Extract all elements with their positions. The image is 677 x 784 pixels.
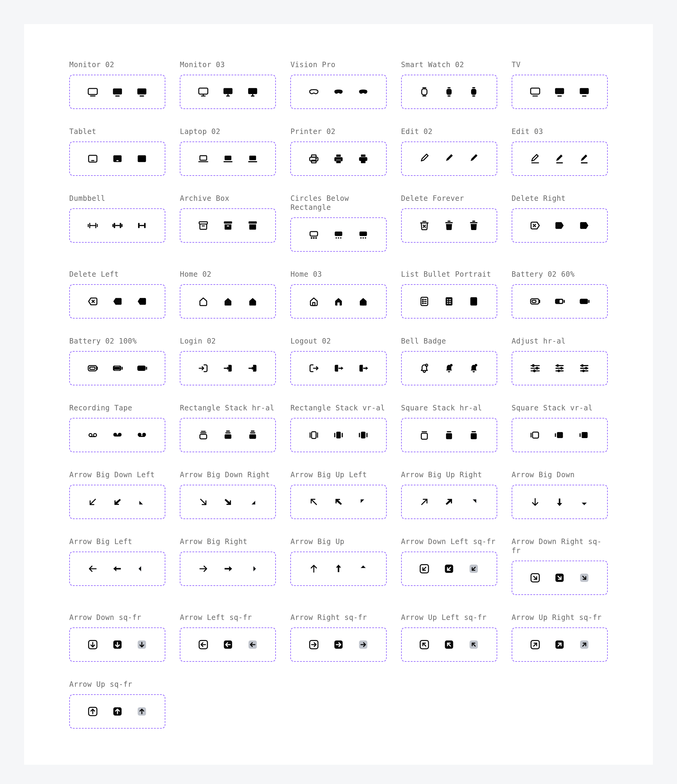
- logout-02-icon: [356, 362, 370, 375]
- archive-box-icon: [221, 219, 235, 232]
- arrow-down-sq-fr-icon: [135, 638, 148, 651]
- rectangle-stack-hr-al-icon: [197, 428, 210, 442]
- vision-pro-icon: [307, 85, 321, 98]
- monitor-02-icon: [86, 85, 100, 98]
- arrow-big-up-right-icon: [467, 495, 480, 509]
- arrow-big-up-right-icon: [442, 495, 456, 509]
- arrow-up-right-sq-fr-icon: [577, 638, 591, 651]
- dumbbell-icon: [135, 219, 148, 232]
- icon-label: Rectangle Stack vr-al: [290, 403, 386, 412]
- square-stack-vr-al-icon: [529, 428, 542, 442]
- arrow-down-right-sq-fr-icon: [529, 571, 542, 584]
- recording-tape-icon: [86, 428, 100, 442]
- icon-cell-login-02: Login 02: [180, 337, 276, 385]
- login-02-icon: [221, 362, 235, 375]
- vision-pro-icon: [332, 85, 345, 98]
- arrow-down-right-sq-fr-icon: [553, 571, 566, 584]
- icon-cell-arrow-big-down-right: Arrow Big Down Right: [180, 470, 276, 519]
- list-bullet-portrait-icon: [467, 295, 480, 308]
- logout-02-icon: [307, 362, 321, 375]
- arrow-big-up-left-icon: [307, 495, 321, 509]
- arrow-big-left-icon: [86, 562, 100, 576]
- arrow-up-left-sq-fr-icon: [467, 638, 480, 651]
- icon-cell-vision-pro: Vision Pro: [290, 60, 386, 109]
- icon-cell-arrow-left-sq-fr: Arrow Left sq-fr: [180, 613, 276, 662]
- icon-variant-box: [69, 351, 165, 385]
- arrow-down-left-sq-fr-icon: [418, 562, 431, 576]
- icon-cell-dumbbell: Dumbbell: [69, 194, 165, 252]
- square-stack-hr-al-icon: [418, 428, 431, 442]
- icon-cell-arrow-up-sq-fr: Arrow Up sq-fr: [69, 680, 165, 729]
- monitor-03-icon: [197, 85, 210, 98]
- icon-label: Arrow Big Up Left: [290, 470, 386, 479]
- icon-grid: Monitor 02 Monitor 03 Vision Pro Smart W…: [69, 60, 608, 729]
- icon-label: Logout 02: [290, 337, 386, 345]
- arrow-big-up-left-icon: [332, 495, 345, 509]
- home-03-icon: [332, 295, 345, 308]
- icon-cell-arrow-down-left-sq-fr: Arrow Down Left sq-fr: [401, 537, 497, 595]
- vision-pro-icon: [356, 85, 370, 98]
- icon-label: Arrow Big Up: [290, 537, 386, 546]
- icon-variant-box: [180, 75, 276, 109]
- delete-left-icon: [111, 295, 124, 308]
- icon-label: Arrow Up sq-fr: [69, 680, 165, 689]
- icon-cell-circles-below-rectangle: Circles Below Rectangle: [290, 194, 386, 252]
- battery-02-60-icon: [553, 295, 566, 308]
- smart-watch-02-icon: [467, 85, 480, 98]
- icon-cell-home-03: Home 03: [290, 270, 386, 319]
- icon-label: Arrow Down Left sq-fr: [401, 537, 497, 546]
- battery-02-100-icon: [86, 362, 100, 375]
- delete-right-icon: [577, 219, 591, 232]
- rectangle-stack-hr-al-icon: [221, 428, 235, 442]
- icon-cell-printer-02: Printer 02: [290, 127, 386, 176]
- rectangle-stack-hr-al-icon: [246, 428, 259, 442]
- icon-label: Arrow Big Down Left: [69, 470, 165, 479]
- delete-right-icon: [529, 219, 542, 232]
- tv-icon: [577, 85, 591, 98]
- home-02-icon: [246, 295, 259, 308]
- adjust-hr-al-icon: [577, 362, 591, 375]
- icon-cell-laptop-02: Laptop 02: [180, 127, 276, 176]
- recording-tape-icon: [135, 428, 148, 442]
- icon-label: Home 02: [180, 270, 276, 279]
- icon-cell-logout-02: Logout 02: [290, 337, 386, 385]
- icon-variant-box: [401, 142, 497, 176]
- icon-label: Arrow Big Down: [512, 470, 608, 479]
- icon-variant-box: [69, 485, 165, 519]
- icon-label: Delete Right: [512, 194, 608, 203]
- delete-forever-icon: [418, 219, 431, 232]
- icon-variant-box: [512, 208, 608, 243]
- arrow-up-sq-fr-icon: [111, 705, 124, 718]
- monitor-02-icon: [111, 85, 124, 98]
- arrow-big-right-icon: [197, 562, 210, 576]
- icon-cell-arrow-right-sq-fr: Arrow Right sq-fr: [290, 613, 386, 662]
- icon-variant-box: [401, 351, 497, 385]
- icon-label: Battery 02 60%: [512, 270, 608, 279]
- arrow-left-sq-fr-icon: [197, 638, 210, 651]
- delete-forever-icon: [442, 219, 456, 232]
- icon-label: List Bullet Portrait: [401, 270, 497, 279]
- icon-label: Arrow Big Right: [180, 537, 276, 546]
- arrow-big-up-icon: [356, 562, 370, 576]
- icon-cell-adjust-hr-al: Adjust hr-al: [512, 337, 608, 385]
- tv-icon: [553, 85, 566, 98]
- icon-variant-box: [401, 485, 497, 519]
- archive-box-icon: [197, 219, 210, 232]
- icon-label: Edit 03: [512, 127, 608, 136]
- tablet-icon: [86, 152, 100, 165]
- icon-label: Vision Pro: [290, 60, 386, 69]
- delete-right-icon: [553, 219, 566, 232]
- battery-02-100-icon: [135, 362, 148, 375]
- square-stack-vr-al-icon: [577, 428, 591, 442]
- icon-label: Arrow Big Left: [69, 537, 165, 546]
- arrow-up-sq-fr-icon: [86, 705, 100, 718]
- arrow-big-down-left-icon: [111, 495, 124, 509]
- printer-02-icon: [332, 152, 345, 165]
- icon-cell-arrow-big-down: Arrow Big Down: [512, 470, 608, 519]
- icon-label: Arrow Up Left sq-fr: [401, 613, 497, 622]
- icon-label: Laptop 02: [180, 127, 276, 136]
- bell-badge-icon: [442, 362, 456, 375]
- icon-variant-box: [290, 485, 386, 519]
- arrow-big-up-left-icon: [356, 495, 370, 509]
- icon-variant-box: [69, 694, 165, 729]
